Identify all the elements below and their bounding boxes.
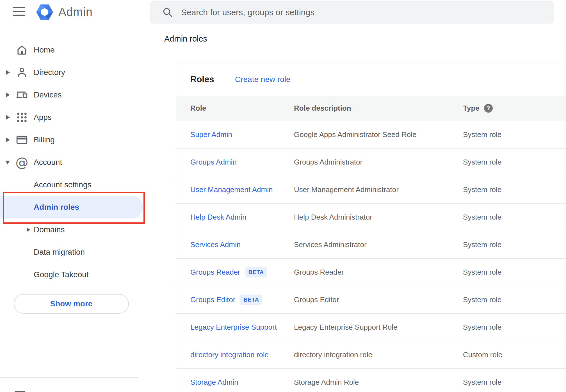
search-input[interactable] (181, 8, 532, 17)
table-row: Groups Editor BETA Groups Editor System … (176, 286, 566, 314)
table-row: Groups Admin Groups Administrator System… (176, 149, 566, 176)
role-type: System role (463, 185, 501, 194)
role-link[interactable]: Super Admin (190, 130, 232, 139)
sidebar-item-directory[interactable]: Directory (0, 61, 149, 84)
sidebar-item-account-settings[interactable]: Account settings (0, 174, 149, 196)
role-description: Legacy Enterprise Support Role (294, 323, 398, 332)
table-row: directory integration role directory int… (176, 341, 566, 369)
sidebar-bottom-divider (0, 377, 139, 378)
role-type: System role (463, 323, 501, 332)
table-row: Storage Admin Storage Admin Role System … (176, 369, 566, 392)
role-link[interactable]: Legacy Enterprise Support (190, 323, 277, 332)
sidebar-nav: Home Directory Devices (0, 39, 149, 286)
breadcrumb-divider (149, 48, 566, 48)
role-type: Custom role (463, 350, 502, 359)
breadcrumb: Admin roles (164, 34, 207, 44)
table-row: Services Admin Services Administrator Sy… (176, 231, 566, 259)
role-type: System role (463, 268, 501, 277)
sidebar-item-account[interactable]: @ Account (0, 151, 149, 174)
expand-arrow-icon[interactable] (27, 227, 30, 232)
role-link[interactable]: Groups Reader (190, 268, 240, 277)
directory-person-icon (15, 66, 28, 79)
expand-arrow-icon[interactable] (6, 138, 10, 142)
sidebar-item-apps[interactable]: Apps (0, 106, 149, 129)
apps-grid-icon (15, 111, 28, 124)
role-link[interactable]: Storage Admin (190, 378, 238, 387)
role-link[interactable]: Groups Admin (190, 158, 237, 167)
beta-badge: BETA (240, 295, 262, 305)
role-type: System role (463, 295, 501, 304)
account-at-icon: @ (15, 156, 28, 169)
role-link[interactable]: Groups Editor (190, 295, 235, 304)
role-description: directory integration role (294, 350, 372, 359)
expand-arrow-icon[interactable] (6, 115, 10, 120)
table-header-row: Role Role description Type ? (176, 96, 566, 121)
admin-hexagon-logo-icon (36, 3, 53, 21)
sidebar-item-domains[interactable]: Domains (0, 218, 149, 241)
role-link[interactable]: Help Desk Admin (190, 213, 246, 222)
role-link[interactable]: Services Admin (190, 240, 241, 249)
collapse-arrow-icon[interactable] (5, 161, 10, 164)
sidebar-item-home[interactable]: Home (0, 39, 149, 61)
app-title: Admin (58, 5, 93, 19)
role-description: Help Desk Administrator (294, 213, 372, 222)
role-type: System role (463, 130, 501, 139)
create-new-role-link[interactable]: Create new role (235, 75, 291, 84)
table-row: User Management Admin User Management Ad… (176, 176, 566, 204)
home-icon (15, 44, 28, 56)
admin-logo: Admin (36, 3, 93, 21)
table-row: Help Desk Admin Help Desk Administrator … (176, 204, 566, 231)
table-row: Super Admin Google Apps Administrator Se… (176, 121, 566, 149)
card-title: Roles (190, 74, 214, 85)
role-description: Groups Administrator (294, 158, 362, 167)
roles-card-header: Roles Create new role (176, 63, 566, 96)
sidebar-item-data-migration[interactable]: Data migration (0, 241, 149, 263)
column-header-type: Type (463, 104, 480, 113)
role-link[interactable]: directory integration role (190, 350, 269, 359)
sidebar-item-devices[interactable]: Devices (0, 84, 149, 106)
show-more-button[interactable]: Show more (14, 294, 129, 314)
hamburger-menu-icon[interactable] (13, 7, 25, 16)
admin-console-screen: Admin Admin roles Home (0, 0, 566, 392)
expand-arrow-icon[interactable] (6, 70, 10, 75)
roles-card: Roles Create new role Role Role descript… (176, 63, 566, 392)
beta-badge: BETA (245, 267, 267, 277)
expand-arrow-icon[interactable] (6, 93, 10, 97)
role-description: Storage Admin Role (294, 378, 359, 387)
search-icon (162, 7, 173, 18)
role-description: User Management Administrator (294, 185, 399, 194)
help-icon[interactable]: ? (484, 104, 493, 113)
table-row: Groups Reader BETA Groups Reader System … (176, 259, 566, 286)
search-bar[interactable] (150, 1, 554, 24)
table-row: Legacy Enterprise Support Legacy Enterpr… (176, 314, 566, 341)
billing-card-icon (15, 133, 28, 146)
role-link[interactable]: User Management Admin (190, 185, 273, 194)
sidebar-bottom-partial-icon (15, 391, 25, 392)
role-description: Groups Reader (294, 268, 344, 277)
sidebar-item-admin-roles[interactable]: Admin roles (0, 196, 143, 218)
role-type: System role (463, 378, 501, 387)
column-header-role: Role (190, 104, 206, 113)
sidebar-item-google-takeout[interactable]: Google Takeout (0, 263, 149, 286)
role-type: System role (463, 213, 501, 222)
role-description: Groups Editor (294, 295, 339, 304)
column-header-description: Role description (294, 104, 351, 113)
devices-icon (15, 88, 28, 101)
role-type: System role (463, 240, 501, 249)
sidebar-item-billing[interactable]: Billing (0, 129, 149, 151)
role-type: System role (463, 158, 501, 167)
role-description: Services Administrator (294, 240, 367, 249)
role-description: Google Apps Administrator Seed Role (294, 130, 416, 139)
